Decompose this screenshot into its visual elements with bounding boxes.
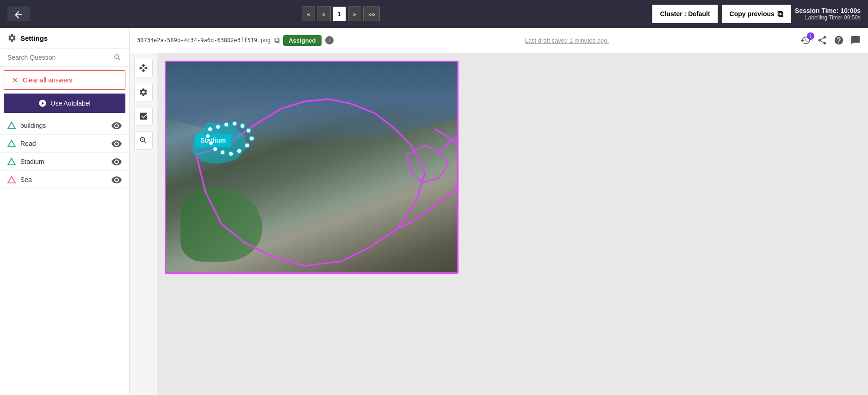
top-bar: « « 1 » »» Cluster : Default Copy previo… <box>0 0 868 28</box>
clear-all-answers-label: Clear all answers <box>23 76 72 84</box>
eye-icon-sea[interactable] <box>112 176 122 183</box>
triangle-icon-sea <box>7 176 16 184</box>
top-bar-left <box>7 6 30 21</box>
help-button[interactable] <box>834 35 844 45</box>
tool-panel <box>130 53 157 395</box>
search-input[interactable] <box>7 54 110 61</box>
polygon-point[interactable] <box>208 140 214 146</box>
zoom-tool-button[interactable] <box>134 131 153 150</box>
copy-previous-button[interactable]: Copy previous ⧉ <box>722 5 791 23</box>
copy-filename-icon[interactable]: ⧉ <box>274 36 279 44</box>
label-item-stadium: Stadium <box>0 153 129 171</box>
settings-header: Settings <box>0 28 129 49</box>
use-autolabel-button[interactable]: Use Autolabel <box>4 94 125 113</box>
polygon-point[interactable] <box>232 121 237 126</box>
label-item-road: Road <box>0 135 129 153</box>
map-container[interactable]: Stadium <box>165 61 459 274</box>
polygon-point[interactable] <box>215 124 221 130</box>
search-icon <box>113 53 122 62</box>
comments-icon <box>850 35 861 45</box>
svg-marker-0 <box>8 122 15 129</box>
triangle-icon-buildings <box>7 121 16 130</box>
help-icon <box>834 35 844 45</box>
settings-icon <box>7 33 17 43</box>
next-page-button[interactable]: » <box>348 6 361 21</box>
polygon-point[interactable] <box>212 146 218 152</box>
draft-saved-text[interactable]: Last draft saved 1 minutes ago. <box>525 37 609 44</box>
polygon-point[interactable] <box>246 128 251 133</box>
info-icon[interactable]: i <box>325 36 334 44</box>
notification-badge: 1 <box>807 32 814 40</box>
share-icon <box>817 35 827 45</box>
triangle-icon-stadium <box>7 157 16 166</box>
svg-marker-2 <box>8 158 15 165</box>
settings-label: Settings <box>20 34 48 42</box>
label-list: buildings Road Stadium <box>0 117 129 395</box>
polygon-point[interactable] <box>228 151 234 157</box>
polygon-point[interactable] <box>220 150 225 155</box>
back-button[interactable] <box>7 6 30 21</box>
transform-tool-button[interactable] <box>134 107 153 125</box>
cluster-button[interactable]: Cluster : Default <box>652 5 718 23</box>
header-actions: 1 <box>800 35 861 45</box>
eye-icon-buildings[interactable] <box>112 122 122 129</box>
pagination-controls: « « 1 » »» <box>302 6 380 21</box>
session-time-info: Session Time: 10:00s Labelling Time: 09:… <box>795 7 861 21</box>
polygon-point[interactable] <box>223 122 229 127</box>
label-name-sea: Sea <box>20 176 107 183</box>
copy-icon: ⧉ <box>777 9 783 19</box>
share-button[interactable] <box>817 35 827 45</box>
polygon-point[interactable] <box>236 148 242 154</box>
triangle-icon-road <box>7 139 16 148</box>
label-item-buildings: buildings <box>0 117 129 135</box>
clear-all-answers-button[interactable]: Clear all answers <box>4 70 125 90</box>
settings-tool-button[interactable] <box>134 83 153 101</box>
main-layout: Settings Clear all answers Use Autolabel <box>0 28 868 395</box>
current-page-button[interactable]: 1 <box>333 6 346 21</box>
content-header: 30734e2a-589b-4c34-9a6d-63802e3ff519.png… <box>130 28 868 53</box>
file-info: 30734e2a-589b-4c34-9a6d-63802e3ff519.png… <box>137 35 334 46</box>
eye-icon-stadium[interactable] <box>112 158 122 165</box>
polygon-point[interactable] <box>207 126 213 132</box>
content-area: 30734e2a-589b-4c34-9a6d-63802e3ff519.png… <box>130 28 868 395</box>
sidebar: Settings Clear all answers Use Autolabel <box>0 28 130 395</box>
polygon-point[interactable] <box>249 136 254 141</box>
prev-page-button[interactable]: « <box>317 6 330 21</box>
transform-icon <box>139 112 148 121</box>
polygon-point[interactable] <box>244 143 250 148</box>
canvas-area[interactable]: Stadium <box>157 53 868 395</box>
last-page-button[interactable]: »» <box>363 6 380 21</box>
label-item-sea: Sea <box>0 171 129 189</box>
eye-icon-road[interactable] <box>112 140 122 147</box>
label-name-stadium: Stadium <box>20 158 107 165</box>
move-tool-button[interactable] <box>134 59 153 77</box>
assigned-badge: Assigned <box>283 35 322 46</box>
label-name-buildings: buildings <box>20 122 107 129</box>
comments-button[interactable] <box>850 35 861 45</box>
close-icon <box>12 76 19 84</box>
canvas-tool-wrapper: Stadium <box>130 53 868 395</box>
autolabel-label: Use Autolabel <box>50 100 90 107</box>
search-box[interactable] <box>0 49 129 67</box>
history-button[interactable]: 1 <box>800 35 811 45</box>
filename: 30734e2a-589b-4c34-9a6d-63802e3ff519.png <box>137 37 271 44</box>
top-bar-actions: Cluster : Default Copy previous ⧉ Sessio… <box>652 5 861 23</box>
polygon-point[interactable] <box>205 133 211 139</box>
autolabel-icon <box>38 99 47 107</box>
polygon-point[interactable] <box>240 123 245 129</box>
zoom-icon <box>139 136 148 145</box>
settings-tool-icon <box>139 88 148 97</box>
label-name-road: Road <box>20 140 107 147</box>
move-icon <box>139 63 148 73</box>
svg-marker-3 <box>8 176 15 183</box>
first-page-button[interactable]: « <box>302 6 315 21</box>
svg-marker-1 <box>8 140 15 147</box>
